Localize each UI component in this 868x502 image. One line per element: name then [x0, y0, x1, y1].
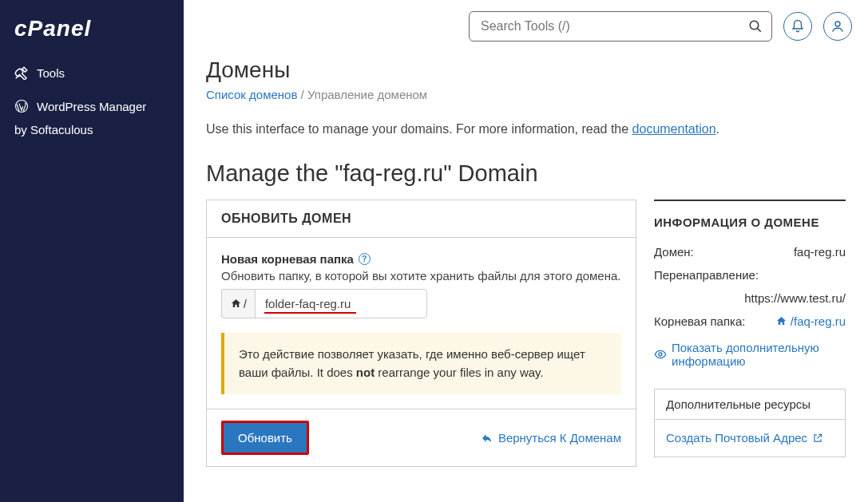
back-label: Вернуться К Доменам — [498, 431, 621, 445]
right-column: ИНФОРМАЦИЯ О ДОМЕНЕ Домен: faq-reg.ru Пе… — [654, 200, 846, 457]
info-val-root: /faq-reg.ru — [791, 314, 846, 328]
user-icon — [830, 19, 845, 34]
resources-body: Создать Почтовый Адрес — [655, 420, 845, 457]
sidebar-item-wp-manager[interactable]: WordPress Manager — [0, 89, 184, 123]
resources-card: Дополнительные ресурсы Создать Почтовый … — [654, 389, 846, 457]
breadcrumb-sep: / — [301, 88, 304, 101]
search-wrap — [469, 11, 772, 42]
reply-icon — [481, 432, 493, 445]
info-key-root: Корневая папка: — [654, 314, 745, 328]
wordpress-icon — [14, 99, 29, 113]
domain-info-header: ИНФОРМАЦИЯ О ДОМЕНЕ — [654, 200, 846, 229]
notifications-button[interactable] — [783, 12, 812, 41]
intro-post: . — [716, 122, 719, 136]
user-button[interactable] — [823, 12, 852, 41]
svg-point-3 — [659, 353, 662, 356]
create-mail-link[interactable]: Создать Почтовый Адрес — [666, 431, 823, 445]
update-domain-card: ОБНОВИТЬ ДОМЕН Новая корневая папка ? Об… — [206, 200, 636, 467]
home-icon — [775, 315, 787, 327]
info-val-root-link[interactable]: /faq-reg.ru — [775, 314, 846, 328]
root-folder-label: Новая корневая папка ? — [221, 252, 621, 266]
info-row-root: Корневая папка: /faq-reg.ru — [654, 310, 846, 333]
field-desc: Обновить папку, в которой вы хотите хран… — [221, 269, 621, 283]
tools-icon — [14, 65, 29, 80]
content: Домены Список доменов / Управление домен… — [184, 53, 868, 483]
bell-icon — [791, 19, 805, 34]
logo-text: cPanel — [14, 16, 169, 42]
sidebar: cPanel Tools WordPress Manager by Softac… — [0, 0, 184, 502]
show-more-info-link[interactable]: Показать дополнительную информацию — [654, 341, 846, 368]
update-card-footer: Обновить Вернуться К Доменам — [207, 409, 636, 466]
documentation-link[interactable]: documentation — [632, 122, 716, 136]
back-to-domains-link[interactable]: Вернуться К Доменам — [481, 431, 621, 445]
manage-section-title: Manage the "faq-reg.ru" Domain — [206, 160, 846, 187]
breadcrumb-current: Управление доменом — [307, 88, 427, 101]
field-label-text: Новая корневая папка — [221, 252, 354, 266]
update-button[interactable]: Обновить — [221, 421, 309, 455]
search-icon — [748, 19, 763, 34]
resources-header: Дополнительные ресурсы — [655, 389, 845, 420]
logo: cPanel — [0, 0, 184, 56]
home-prefix: / — [221, 289, 255, 318]
external-link-icon — [812, 433, 823, 444]
breadcrumb: Список доменов / Управление доменом — [206, 88, 846, 101]
eye-icon — [654, 348, 667, 361]
info-row-redirect-val: https://www.test.ru/ — [654, 287, 846, 310]
create-mail-label: Создать Почтовый Адрес — [666, 431, 807, 445]
breadcrumb-link-list[interactable]: Список доменов — [206, 88, 297, 101]
callout-bold: not — [356, 366, 375, 379]
page-title: Домены — [206, 57, 846, 83]
info-row-domain: Домен: faq-reg.ru — [654, 240, 846, 263]
search-input[interactable] — [469, 11, 772, 42]
svg-point-1 — [750, 21, 759, 30]
update-card-body: Новая корневая папка ? Обновить папку, в… — [207, 238, 636, 409]
intro-text: Use this interface to manage your domain… — [206, 122, 846, 136]
callout-post: rearrange your files in any way. — [375, 366, 544, 379]
callout-info: Это действие позволяет указать, где имен… — [221, 333, 621, 394]
sidebar-item-wp-sub: by Softaculous — [0, 123, 184, 148]
svg-point-2 — [835, 22, 840, 26]
root-folder-input[interactable] — [255, 289, 427, 318]
sidebar-item-label: Tools — [37, 66, 65, 80]
info-row-redirect: Перенаправление: — [654, 263, 846, 287]
show-more-label: Показать дополнительную информацию — [672, 341, 846, 368]
search-button[interactable] — [745, 16, 766, 37]
slash: / — [244, 298, 247, 310]
intro-pre: Use this interface to manage your domain… — [206, 122, 632, 136]
help-icon[interactable]: ? — [359, 253, 371, 265]
update-card-header: ОБНОВИТЬ ДОМЕН — [207, 200, 636, 238]
info-key-domain: Домен: — [654, 245, 694, 259]
main: Домены Список доменов / Управление домен… — [184, 0, 868, 502]
sidebar-item-tools[interactable]: Tools — [0, 56, 184, 89]
topbar — [184, 0, 868, 53]
info-val-domain: faq-reg.ru — [794, 245, 846, 259]
columns: ОБНОВИТЬ ДОМЕН Новая корневая папка ? Об… — [206, 200, 846, 467]
root-folder-input-group: / — [221, 289, 621, 318]
sidebar-item-label: WordPress Manager — [37, 100, 146, 113]
info-key-redirect: Перенаправление: — [654, 268, 759, 282]
info-val-redirect: https://www.test.ru/ — [744, 291, 846, 305]
home-icon — [230, 298, 242, 310]
